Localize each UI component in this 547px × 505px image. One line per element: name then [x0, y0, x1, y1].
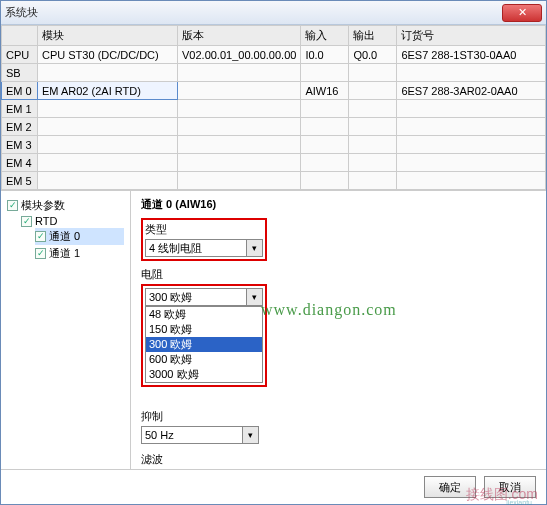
table-row[interactable]: EM 0 EM AR02 (2AI RTD) AIW16 6ES7 288-3A…	[2, 82, 546, 100]
check-icon: ✓	[7, 200, 18, 211]
row-header: EM 4	[2, 154, 38, 172]
dropdown-icon[interactable]: ▾	[246, 289, 262, 305]
cell-output	[349, 136, 397, 154]
dropdown-icon[interactable]: ▾	[242, 427, 258, 443]
type-combo[interactable]: ▾	[145, 239, 263, 257]
col-module[interactable]: 模块	[38, 26, 178, 46]
suppress-label: 抑制	[141, 409, 536, 424]
list-item[interactable]: 300 欧姆	[146, 337, 262, 352]
suppress-input[interactable]	[142, 427, 242, 443]
table-row[interactable]: EM 4	[2, 154, 546, 172]
tree-channel-1[interactable]: ✓ 通道 1	[35, 245, 124, 262]
cell-output	[349, 82, 397, 100]
footer: 确定 取消 接线图.com jiexiantu	[1, 469, 546, 504]
table-header-row: 模块 版本 输入 输出 订货号	[2, 26, 546, 46]
module-table-wrap: 模块 版本 输入 输出 订货号 CPU CPU ST30 (DC/DC/DC) …	[1, 25, 546, 190]
cell-input	[301, 172, 349, 190]
tree-ch0-label: 通道 0	[49, 229, 80, 244]
cell-input	[301, 154, 349, 172]
body-split: ✓ 模块参数 ✓ RTD ✓ 通道 0 ✓ 通道 1 通道 0 (AIW16) …	[1, 190, 546, 469]
dropdown-icon[interactable]: ▾	[246, 240, 262, 256]
table-row[interactable]: CPU CPU ST30 (DC/DC/DC) V02.00.01_00.00.…	[2, 46, 546, 64]
row-header: EM 2	[2, 118, 38, 136]
cell-module[interactable]: EM AR02 (2AI RTD)	[38, 82, 178, 100]
table-row[interactable]: EM 5	[2, 172, 546, 190]
cell-order	[397, 118, 546, 136]
cell-input	[301, 64, 349, 82]
cell-version: V02.00.01_00.00.00.00	[178, 46, 301, 64]
row-header: CPU	[2, 46, 38, 64]
cell-input	[301, 118, 349, 136]
col-version[interactable]: 版本	[178, 26, 301, 46]
table-row[interactable]: EM 1	[2, 100, 546, 118]
cell-version	[178, 64, 301, 82]
list-item[interactable]: 150 欧姆	[146, 322, 262, 337]
cell-version	[178, 172, 301, 190]
cell-module[interactable]	[38, 100, 178, 118]
close-button[interactable]: ✕	[502, 4, 542, 22]
cell-module[interactable]	[38, 136, 178, 154]
list-item[interactable]: 3000 欧姆	[146, 367, 262, 382]
ok-button[interactable]: 确定	[424, 476, 476, 498]
cell-input: AIW16	[301, 82, 349, 100]
suppress-combo[interactable]: ▾	[141, 426, 259, 444]
titlebar: 系统块 ✕	[1, 1, 546, 25]
table-row[interactable]: SB	[2, 64, 546, 82]
window-title: 系统块	[5, 5, 502, 20]
row-header: SB	[2, 64, 38, 82]
col-output[interactable]: 输出	[349, 26, 397, 46]
table-row[interactable]: EM 2	[2, 118, 546, 136]
cell-order: 6ES7 288-3AR02-0AA0	[397, 82, 546, 100]
property-panel: 通道 0 (AIW16) 类型 ▾ 电阻 ▾ 48 欧姆 150 欧姆 30	[131, 191, 546, 469]
col-input[interactable]: 输入	[301, 26, 349, 46]
check-icon: ✓	[21, 216, 32, 227]
tree-channel-0[interactable]: ✓ 通道 0	[35, 228, 124, 245]
cell-order	[397, 136, 546, 154]
row-header: EM 0	[2, 82, 38, 100]
tree-root[interactable]: ✓ 模块参数	[7, 197, 124, 214]
cell-output	[349, 172, 397, 190]
cell-order	[397, 100, 546, 118]
cell-module[interactable]: CPU ST30 (DC/DC/DC)	[38, 46, 178, 64]
table-row[interactable]: EM 3	[2, 136, 546, 154]
tree-panel: ✓ 模块参数 ✓ RTD ✓ 通道 0 ✓ 通道 1	[1, 191, 131, 469]
cell-input	[301, 136, 349, 154]
resist-highlight-box: ▾ 48 欧姆 150 欧姆 300 欧姆 600 欧姆 3000 欧姆	[141, 284, 267, 387]
resist-combo[interactable]: ▾	[145, 288, 263, 306]
cell-order	[397, 172, 546, 190]
cell-order	[397, 154, 546, 172]
cell-input: I0.0	[301, 46, 349, 64]
resist-listbox[interactable]: 48 欧姆 150 欧姆 300 欧姆 600 欧姆 3000 欧姆	[145, 306, 263, 383]
cell-output: Q0.0	[349, 46, 397, 64]
row-header: EM 5	[2, 172, 38, 190]
suppress-group: 抑制 ▾	[141, 409, 536, 444]
watermark-url: www.diangon.com	[261, 301, 397, 319]
row-header: EM 3	[2, 136, 38, 154]
check-icon: ✓	[35, 248, 46, 259]
cell-module[interactable]	[38, 118, 178, 136]
system-block-window: 系统块 ✕ 模块 版本 输入 输出 订货号 CPU CPU ST30 (DC/D…	[0, 0, 547, 505]
cell-module[interactable]	[38, 154, 178, 172]
tree-root-label: 模块参数	[21, 198, 65, 213]
filter-group: 滤波 ▾	[141, 452, 536, 469]
cancel-button[interactable]: 取消	[484, 476, 536, 498]
module-table: 模块 版本 输入 输出 订货号 CPU CPU ST30 (DC/DC/DC) …	[1, 25, 546, 190]
col-blank	[2, 26, 38, 46]
cell-version	[178, 82, 301, 100]
tree-node-label: RTD	[35, 215, 57, 227]
cell-version	[178, 154, 301, 172]
list-item[interactable]: 48 欧姆	[146, 307, 262, 322]
cell-module[interactable]	[38, 64, 178, 82]
cell-module[interactable]	[38, 172, 178, 190]
tree-node-rtd[interactable]: ✓ RTD	[21, 214, 124, 228]
cell-output	[349, 100, 397, 118]
cell-order: 6ES7 288-1ST30-0AA0	[397, 46, 546, 64]
col-order[interactable]: 订货号	[397, 26, 546, 46]
cell-version	[178, 100, 301, 118]
resist-input[interactable]	[146, 289, 246, 305]
list-item[interactable]: 600 欧姆	[146, 352, 262, 367]
type-highlight-box: 类型 ▾	[141, 218, 267, 261]
close-icon: ✕	[518, 6, 527, 18]
cell-order	[397, 64, 546, 82]
type-input[interactable]	[146, 240, 246, 256]
